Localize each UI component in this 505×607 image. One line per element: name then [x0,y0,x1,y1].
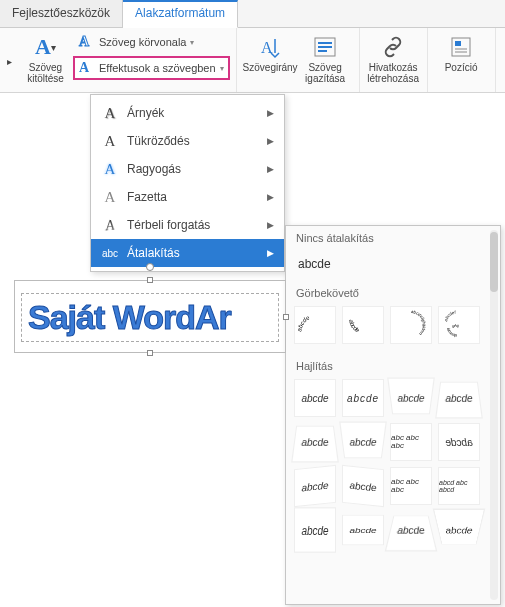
resize-handle-bottom[interactable] [147,350,153,356]
warp-grid: abcde abcde abcde abcde abcde abcde abc … [286,375,496,559]
section-warp: Hajlítás [286,354,496,375]
warp-option[interactable]: abcd abc abcd [438,467,480,505]
warp-option[interactable]: abcde [387,378,435,415]
text-outline-icon: A [79,34,89,49]
svg-rect-5 [452,38,470,56]
warp-option[interactable]: abcde [294,507,336,553]
bevel-icon: A [101,188,119,206]
reflection-icon: A [101,132,119,150]
wordart-text[interactable]: Saját WordAr [28,298,272,337]
warp-option[interactable]: abcde [342,465,384,507]
text-direction-icon: A [257,34,283,60]
align-text-button[interactable]: Szöveg igazítása [298,32,353,90]
wordart-shape[interactable]: Saját WordAr [14,280,286,353]
resize-handle-top[interactable] [147,277,153,283]
position-icon [448,34,474,60]
effects-glow[interactable]: A Ragyogás▶ [91,155,284,183]
tab-shape-format[interactable]: Alakzatformátum [123,0,238,28]
no-transform-option[interactable]: abcde [286,247,496,281]
effects-bevel[interactable]: A Fazetta▶ [91,183,284,211]
link-icon [380,34,406,60]
warp-option[interactable]: abcde [339,422,387,459]
glow-icon: A [101,160,119,178]
warp-option[interactable]: abcde [294,379,336,417]
warp-option[interactable]: abcde [342,515,384,545]
svg-rect-6 [455,41,461,46]
ribbon-tabs: Fejlesztőeszközök Alakzatformátum [0,0,505,28]
effects-transform[interactable]: abc Átalakítás▶ [91,239,284,267]
rotate3d-icon: A [101,216,119,234]
warp-option[interactable]: abcde [294,465,336,507]
text-direction-button[interactable]: A Szövegirány [243,32,298,90]
text-fill-button[interactable]: ▸ [0,32,18,90]
text-fill-group[interactable]: A▾ Szöveg kitöltése [18,32,73,90]
warp-option[interactable]: abcde [435,382,483,419]
warp-option[interactable]: abcde [385,516,438,552]
text-outline-dropdown[interactable]: A Szöveg körvonala▾ [73,32,230,52]
text-effects-dropdown[interactable]: A Effektusok a szövegben [73,56,230,80]
align-text-icon [312,34,338,60]
warp-option[interactable]: abcde [433,508,486,544]
warp-option[interactable]: abc abc abc [390,467,432,505]
tab-developer[interactable]: Fejlesztőeszközök [0,0,123,27]
effects-reflection[interactable]: A Tükröződés▶ [91,127,284,155]
ribbon: ▸ A▾ Szöveg kitöltése A Szöveg körvonala… [0,28,505,93]
resize-handle-right[interactable] [283,314,289,320]
shadow-icon: A [101,104,119,122]
text-effects-menu: A Árnyék▶ A Tükröződés▶ A Ragyogás▶ A Fa… [90,94,285,272]
warp-option[interactable]: abcde [342,379,384,417]
text-fill-icon: A [35,35,51,59]
create-link-button[interactable]: Hivatkozás létrehozása [366,32,421,90]
section-no-transform: Nincs átalakítás [286,226,496,247]
text-effects-icon: A [79,60,89,75]
rotate-handle[interactable] [146,263,154,271]
effects-3d-rotation[interactable]: A Térbeli forgatás▶ [91,211,284,239]
transform-icon: abc [101,244,119,262]
position-button[interactable]: Pozíció [434,32,489,90]
document-canvas: Saját WordAr [14,280,505,353]
warp-option[interactable]: abcde [291,426,339,463]
effects-shadow[interactable]: A Árnyék▶ [91,99,284,127]
warp-option[interactable]: abc abc abc [390,423,432,461]
warp-option[interactable]: abcde [438,423,480,461]
